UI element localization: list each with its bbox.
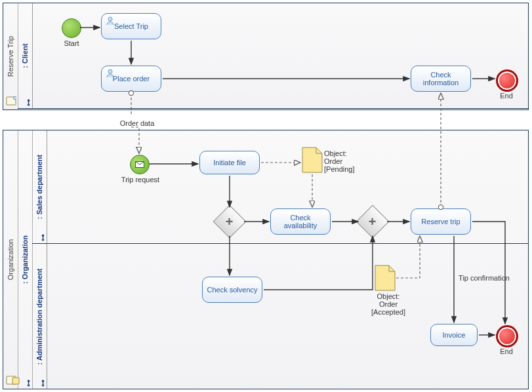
- lane-header-client: : Client ⊶: [18, 3, 33, 108]
- pool-title: Reserve Trip: [7, 36, 14, 77]
- message-start-event[interactable]: [130, 155, 150, 174]
- end-event-org[interactable]: [496, 325, 518, 347]
- tip-confirmation-label: Tip confirmation: [458, 274, 510, 282]
- order-data-label: Order data: [114, 119, 160, 127]
- plus-icon: +: [369, 214, 377, 229]
- svg-rect-1: [13, 96, 16, 100]
- task-label: Check information: [415, 71, 466, 87]
- diagram-canvas: Reserve Trip : Client ⊶ Organization : O…: [0, 0, 532, 392]
- task-select-trip[interactable]: Select Trip: [101, 13, 161, 39]
- start-event[interactable]: [62, 18, 81, 38]
- task-check-solvency[interactable]: Check solvency: [202, 277, 262, 303]
- key-icon: ⊶: [39, 234, 47, 241]
- pool-type-icon: [6, 376, 22, 386]
- task-label: Invoice: [443, 331, 466, 339]
- pool-header-organization: Organization: [3, 130, 18, 389]
- lane-header-sales: : Sales department ⊶: [32, 130, 47, 243]
- trip-request-label: Trip request: [117, 176, 164, 184]
- pool-reserve-trip[interactable]: Reserve Trip : Client ⊶: [3, 3, 529, 110]
- pool-title: Organization: [7, 239, 14, 280]
- task-label: Reserve trip: [421, 218, 460, 225]
- task-label: Check availability: [275, 214, 326, 229]
- pool-header-reserve-trip: Reserve Trip: [3, 3, 18, 109]
- pool-organization[interactable]: Organization : Organization ⊶ : Sales de…: [3, 130, 529, 389]
- lane-title: : Organization: [21, 235, 29, 284]
- svg-rect-3: [12, 378, 19, 384]
- start-label: Start: [59, 39, 84, 47]
- task-check-availability[interactable]: Check availability: [270, 208, 331, 235]
- data-object-accepted[interactable]: [375, 265, 396, 292]
- svg-point-4: [108, 17, 112, 21]
- task-label: Initiate file: [213, 159, 246, 167]
- plus-icon: +: [226, 214, 234, 229]
- task-label: Check solvency: [207, 286, 257, 294]
- task-initiate-file[interactable]: Initiate file: [199, 151, 260, 174]
- lane-client[interactable]: : Client ⊶: [18, 3, 528, 109]
- lane-title: : Sales department: [35, 155, 43, 219]
- lane-header-organization: : Organization ⊶: [18, 130, 33, 389]
- user-icon: [106, 69, 115, 79]
- data-object-pending[interactable]: [302, 147, 323, 174]
- task-label: Select Trip: [114, 22, 148, 30]
- envelope-icon: [135, 161, 144, 168]
- task-check-information[interactable]: Check information: [411, 66, 471, 92]
- task-invoice[interactable]: Invoice: [430, 324, 478, 346]
- task-place-order[interactable]: Place order: [101, 66, 161, 92]
- task-label: Place order: [113, 75, 150, 83]
- lane-header-admin: : Administration department ⊶: [32, 244, 47, 389]
- task-reserve-trip[interactable]: Reserve trip: [411, 208, 471, 235]
- pool-type-icon: [6, 96, 16, 107]
- data-object-accepted-label: Object: Order [Accepted]: [369, 292, 408, 316]
- end-label: End: [495, 347, 518, 355]
- lane-admin[interactable]: : Administration department ⊶: [32, 243, 528, 389]
- end-label: End: [495, 92, 518, 100]
- end-event-client[interactable]: [496, 69, 518, 92]
- lane-title: : Administration department: [35, 268, 43, 364]
- key-icon: ⊶: [39, 380, 47, 387]
- svg-point-5: [108, 69, 112, 73]
- lane-title: : Client: [21, 43, 29, 68]
- user-icon: [106, 16, 115, 27]
- key-icon: ⊶: [24, 99, 33, 106]
- data-object-pending-label: Object: Order [Pending]: [324, 149, 363, 173]
- lane-organization[interactable]: : Organization ⊶ : Sales department ⊶ : …: [18, 130, 528, 389]
